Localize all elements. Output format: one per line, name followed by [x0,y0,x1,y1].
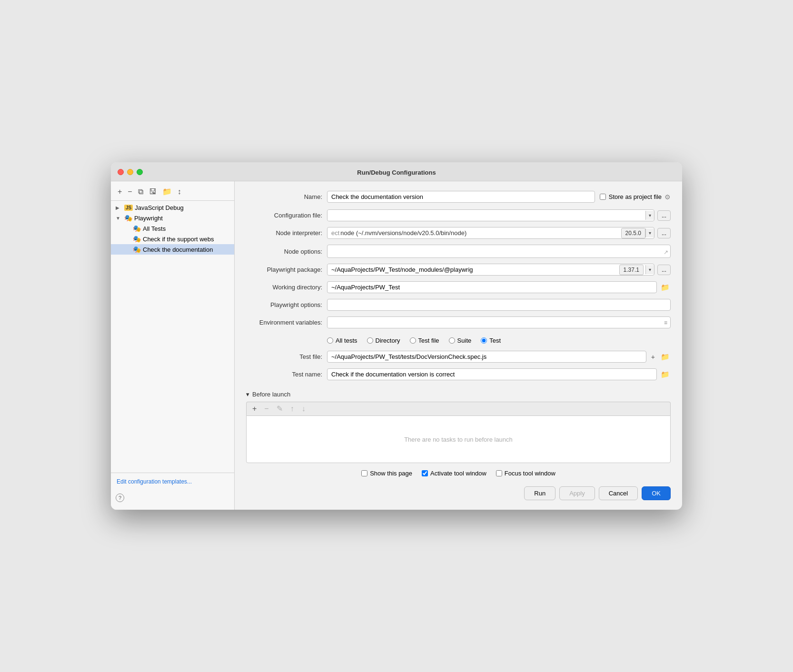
playwright-pkg-arrow[interactable]: ▾ [645,265,654,274]
config-file-arrow[interactable]: ▾ [645,211,654,220]
node-options-input[interactable] [331,248,666,255]
sidebar-footer: Edit configuration templates... [111,473,234,490]
playwright-version-badge: 1.37.1 [619,265,644,275]
test-file-input[interactable]: ~/AquaProjects/PW_Test/tests/DocVersionC… [327,351,646,363]
radio-directory[interactable]: Directory [367,337,400,344]
ok-button[interactable]: OK [642,486,671,500]
radio-all-tests-input[interactable] [327,337,333,344]
focus-tool-window-item[interactable]: Focus tool window [496,470,555,477]
new-folder-button[interactable]: 📁 [160,187,174,197]
node-interpreter-label: Node interpreter: [246,229,322,237]
config-file-input[interactable] [327,210,645,221]
before-launch-label: Before launch [252,391,290,398]
show-page-label: Show this page [370,470,412,477]
sidebar-item-js-debug[interactable]: ▶ JS JavaScript Debug [111,203,234,213]
test-file-folder-button[interactable]: 📁 [660,352,671,362]
test-file-control: ~/AquaProjects/PW_Test/tests/DocVersionC… [327,351,671,363]
run-button[interactable]: Run [524,486,555,500]
radio-suite-input[interactable] [449,337,455,344]
sidebar-item-check-support[interactable]: 🎭 Check if the support webs [111,234,234,244]
remove-config-button[interactable]: − [126,187,134,197]
node-interp-path: node (~/.nvm/versions/node/v20.5.0/bin/n… [339,227,621,238]
playwright-package-input[interactable] [327,264,617,275]
test-scope-group: All tests Directory Test file Suite Test [327,337,671,344]
bl-add-button[interactable]: + [250,404,258,414]
all-tests-label: All Tests [143,225,229,232]
radio-directory-input[interactable] [367,337,373,344]
collapse-icon[interactable]: ▾ [246,391,249,398]
sort-button[interactable]: ↕ [176,187,183,197]
radio-all-tests-label: All tests [336,337,357,344]
node-interp-arrow[interactable]: ▾ [645,228,654,237]
radio-test-label: Test [489,337,501,344]
focus-tool-window-checkbox[interactable] [496,470,502,476]
config-file-label: Configuration file: [246,212,322,219]
working-dir-control: ~/AquaProjects/PW_Test 📁 [327,281,671,293]
radio-directory-label: Directory [376,337,400,344]
node-interp-prefix: ect [327,227,339,238]
playwright-package-browse-button[interactable]: ... [657,265,671,275]
save-config-button[interactable]: 🖫 [147,187,159,197]
bl-edit-button[interactable]: ✎ [275,404,285,414]
radio-all-tests[interactable]: All tests [327,337,357,344]
env-list-icon[interactable]: ≡ [661,317,670,328]
playwright-options-input[interactable] [327,299,671,311]
playwright-package-control: 1.37.1 ▾ ... [327,264,671,276]
close-button[interactable] [118,169,124,175]
test-name-input[interactable]: Check if the documentation version is co… [327,368,657,380]
apply-button[interactable]: Apply [559,486,595,500]
config-file-browse-button[interactable]: ... [657,210,671,221]
node-version-badge: 20.5.0 [621,228,645,238]
show-page-item[interactable]: Show this page [361,470,412,477]
bl-up-button[interactable]: ↑ [288,404,296,414]
sidebar-item-check-doc[interactable]: 🎭 Check the documentation [111,244,234,255]
sidebar-item-playwright[interactable]: ▼ 🎭 Playwright [111,213,234,223]
activate-tool-window-item[interactable]: Activate tool window [422,470,486,477]
before-launch-content: There are no tasks to run before launch [246,415,671,463]
env-variables-input[interactable] [327,317,661,328]
store-as-project-checkbox[interactable] [600,194,606,200]
working-dir-folder-button[interactable]: 📁 [660,282,671,293]
bl-remove-button[interactable]: − [262,404,270,414]
playwright-label: Playwright [134,215,229,222]
add-config-button[interactable]: + [116,187,124,197]
sidebar-item-all-tests[interactable]: 🎭 All Tests [111,223,234,234]
playwright-package-row: Playwright package: 1.37.1 ▾ ... [246,264,671,276]
activate-tool-window-checkbox[interactable] [422,470,428,476]
radio-test[interactable]: Test [481,337,501,344]
dialog-title: Run/Debug Configurations [119,169,674,176]
help-icon[interactable]: ? [116,494,124,502]
node-options-label: Node options: [246,248,322,255]
node-options-field: ↗ [327,245,671,258]
radio-suite[interactable]: Suite [449,337,472,344]
radio-test-file[interactable]: Test file [410,337,439,344]
check-support-label: Check if the support webs [143,236,229,243]
maximize-button[interactable] [137,169,143,175]
node-interpreter-browse-button[interactable]: ... [657,228,671,238]
radio-test-input[interactable] [481,337,487,344]
gear-icon[interactable]: ⚙ [664,193,671,201]
minimize-button[interactable] [127,169,133,175]
working-dir-input[interactable]: ~/AquaProjects/PW_Test [327,281,657,293]
bl-down-button[interactable]: ↓ [300,404,307,414]
config-file-control: ▾ ... [327,209,671,221]
before-launch-header: ▾ Before launch [246,391,671,398]
edit-templates-link[interactable]: Edit configuration templates... [117,478,192,485]
title-bar: Run/Debug Configurations [111,162,682,181]
test-file-add-button[interactable]: + [649,352,657,362]
copy-config-button[interactable]: ⧉ [136,187,145,197]
config-file-row: Configuration file: ▾ ... [246,209,671,221]
radio-test-file-input[interactable] [410,337,416,344]
name-label: Name: [246,193,322,200]
playwright-options-row: Playwright options: [246,299,671,311]
playwright-options-label: Playwright options: [246,301,322,308]
test-name-folder-button[interactable]: 📁 [660,369,671,380]
focus-tool-window-label: Focus tool window [505,470,555,477]
show-page-checkbox[interactable] [361,470,367,476]
name-input[interactable]: Check the documentation version [327,191,595,203]
cancel-button[interactable]: Cancel [599,486,638,500]
dialog-content: + − ⧉ 🖫 📁 ↕ ▶ JS JavaScript Debug ▼ 🎭 Pl… [111,181,682,510]
traffic-lights [118,169,143,175]
playwright-arrow: ▼ [116,216,122,221]
expand-icon[interactable]: ↗ [664,249,668,256]
